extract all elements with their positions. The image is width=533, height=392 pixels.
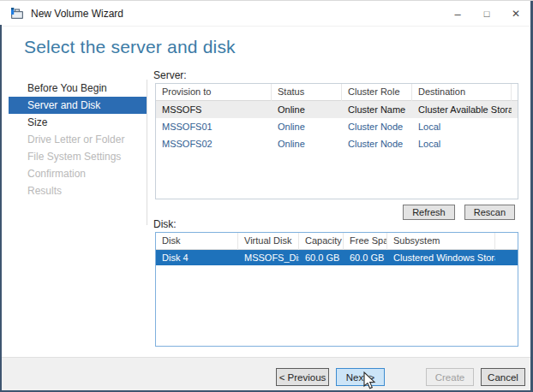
server-table: Provision to Status Cluster Role Destina…: [155, 83, 518, 199]
cell-subsystem: Clustered Windows Storage: [387, 250, 495, 265]
cell-provision-to: MSSOFS01: [156, 118, 272, 135]
sidebar-item-file-system-settings: File System Settings: [9, 148, 147, 165]
column-header-filler: [512, 84, 518, 101]
new-volume-wizard-window: New Volume Wizard – □ ✕ Select the serve…: [0, 0, 533, 392]
cell-provision-to: MSSOFS02: [156, 135, 272, 152]
disk-table: Disk Virtual Disk Capacity Free Space Su…: [155, 232, 518, 347]
cell-filler: [512, 118, 518, 135]
cancel-button[interactable]: Cancel: [481, 368, 525, 386]
column-header-free-space[interactable]: Free Space: [344, 233, 387, 250]
cell-cluster-role: Cluster Node: [342, 135, 412, 152]
titlebar[interactable]: New Volume Wizard – □ ✕: [0, 1, 533, 27]
next-button[interactable]: Next >: [336, 368, 385, 386]
maximize-icon[interactable]: □: [472, 1, 501, 27]
cell-capacity: 60.0 GB: [299, 250, 344, 265]
minimize-icon[interactable]: –: [443, 1, 472, 27]
cell-cluster-role: Cluster Node: [342, 118, 412, 135]
cell-provision-to: MSSOFS: [156, 101, 272, 118]
wizard-steps-sidebar: Before You Begin Server and Disk Size Dr…: [9, 80, 147, 225]
rescan-button[interactable]: Rescan: [464, 205, 515, 220]
cell-status: Online: [272, 118, 342, 135]
sidebar-item-server-and-disk[interactable]: Server and Disk: [9, 97, 147, 114]
cell-destination: Cluster Available Storage: [412, 101, 512, 118]
cell-virtual-disk: MSSOFS_Disk1: [238, 250, 299, 265]
server-row-mssofs[interactable]: MSSOFS Online Cluster Name Cluster Avail…: [156, 101, 518, 118]
column-header-filler: [495, 233, 518, 250]
sidebar-item-results: Results: [9, 182, 147, 199]
refresh-button[interactable]: Refresh: [403, 205, 455, 220]
column-header-virtual-disk[interactable]: Virtual Disk: [238, 233, 299, 250]
column-header-provision-to[interactable]: Provision to: [156, 84, 272, 101]
close-icon[interactable]: ✕: [501, 1, 530, 27]
cell-filler: [512, 135, 518, 152]
page-title: Select the server and disk: [24, 37, 236, 57]
window-border-left: [0, 25, 2, 392]
server-list-label: Server:: [153, 69, 187, 81]
server-manager-icon: [10, 7, 24, 21]
column-header-cluster-role[interactable]: Cluster Role: [342, 84, 412, 101]
sidebar-item-confirmation: Confirmation: [9, 165, 147, 182]
cell-free-space: 60.0 GB: [344, 250, 387, 265]
sidebar-item-drive-letter-or-folder: Drive Letter or Folder: [9, 131, 147, 148]
cell-destination: Local: [412, 135, 512, 152]
create-button: Create: [426, 368, 474, 386]
server-row-mssofs02[interactable]: MSSOFS02 Online Cluster Node Local: [156, 135, 518, 152]
previous-button[interactable]: < Previous: [276, 368, 329, 386]
server-row-mssofs01[interactable]: MSSOFS01 Online Cluster Node Local: [156, 118, 518, 135]
cell-filler: [495, 250, 518, 265]
cell-cluster-role: Cluster Name: [342, 101, 412, 118]
window-title: New Volume Wizard: [31, 8, 123, 20]
cell-status: Online: [272, 101, 342, 118]
sidebar-item-before-you-begin[interactable]: Before You Begin: [9, 80, 147, 97]
disk-row-disk4[interactable]: Disk 4 MSSOFS_Disk1 60.0 GB 60.0 GB Clus…: [156, 250, 518, 265]
cell-disk: Disk 4: [156, 250, 238, 265]
server-actions: Refresh Rescan: [155, 205, 515, 220]
column-header-capacity[interactable]: Capacity: [299, 233, 344, 250]
column-header-subsystem[interactable]: Subsystem: [387, 233, 495, 250]
server-table-header: Provision to Status Cluster Role Destina…: [156, 84, 518, 101]
cell-status: Online: [272, 135, 342, 152]
disk-list-label: Disk:: [153, 218, 177, 230]
column-header-status[interactable]: Status: [272, 84, 342, 101]
cell-filler: [512, 101, 518, 118]
column-header-disk[interactable]: Disk: [156, 233, 238, 250]
sidebar-item-size[interactable]: Size: [9, 114, 147, 131]
window-controls: – □ ✕: [443, 1, 530, 27]
column-header-destination[interactable]: Destination: [412, 84, 512, 101]
cell-destination: Local: [412, 118, 512, 135]
disk-table-header: Disk Virtual Disk Capacity Free Space Su…: [156, 233, 518, 250]
